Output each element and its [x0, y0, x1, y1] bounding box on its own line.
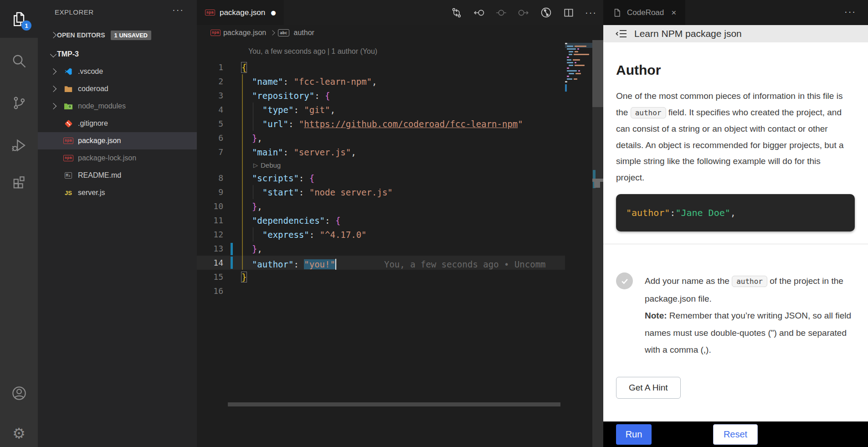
activity-bar: 1: [0, 0, 38, 447]
code-line-11[interactable]: 11 "dependencies": {: [197, 213, 565, 227]
file-item-.gitignore[interactable]: .gitignore: [38, 115, 197, 132]
indent-guide: [253, 185, 253, 199]
split-editor-icon[interactable]: [563, 7, 575, 19]
tab-package-json[interactable]: npm package.json ●: [197, 0, 284, 25]
file-item-node_modules[interactable]: node_modules: [38, 98, 197, 115]
chevron-right-icon: [270, 30, 275, 35]
next-change-icon[interactable]: [518, 7, 529, 19]
vscode-window: 1: [0, 0, 868, 447]
git-icon: [62, 119, 74, 128]
code-line-1[interactable]: 1{: [197, 60, 565, 74]
code-line-6[interactable]: 6 },: [197, 131, 565, 145]
file-tree: .vscodecoderoadnode_modules.gitignorenpm…: [38, 63, 197, 201]
step-description: One of the most common pieces of informa…: [616, 88, 848, 185]
indent-guide: [253, 227, 253, 241]
code-line-3[interactable]: 3 "repository": {: [197, 88, 565, 103]
menu-collapse-icon[interactable]: [615, 28, 628, 39]
node-folder-icon: [62, 102, 74, 110]
file-label: README.md: [78, 171, 121, 180]
line-number: 2: [197, 77, 235, 86]
breadcrumb: npm package.json abc author: [197, 25, 603, 41]
file-label: .gitignore: [78, 119, 108, 128]
explorer-sidebar: EXPLORER ··· OPEN EDITORS 1 UNSAVED TMP-…: [38, 0, 197, 447]
vscode-icon: [62, 67, 74, 76]
settings-gear-icon[interactable]: ⚙: [0, 414, 38, 447]
code-line-13[interactable]: 13 },: [197, 241, 565, 256]
get-hint-button[interactable]: Get A Hint: [616, 377, 681, 399]
code-line-8[interactable]: 8 "scripts": {: [197, 171, 565, 185]
file-item-README.md[interactable]: M↓README.md: [38, 167, 197, 184]
open-files-badge: 1: [21, 21, 31, 31]
code-line-16[interactable]: 16: [197, 284, 565, 298]
task-item: Add your name as the author of the proje…: [616, 272, 855, 359]
code-line-15[interactable]: 15}: [197, 270, 565, 284]
explorer-more-icon[interactable]: ···: [172, 5, 184, 15]
code-line-5[interactable]: 5 "url": "https://github.com/coderoad/fc…: [197, 117, 565, 131]
js-icon: JS: [62, 190, 74, 196]
line-number: 5: [197, 119, 235, 128]
code-line-4[interactable]: 4 "type": "git",: [197, 103, 565, 117]
file-label: package.json: [78, 137, 121, 145]
blame-toggle-icon[interactable]: [495, 7, 507, 19]
tab-label: package.json: [220, 8, 265, 17]
gitlens-graph-icon[interactable]: [540, 6, 552, 19]
file-item-server.js[interactable]: JSserver.js: [38, 184, 197, 201]
code-editor[interactable]: 1{2 "name": "fcc-learn-npm",3 "repositor…: [197, 60, 565, 298]
explorer-icon[interactable]: 1: [0, 0, 38, 38]
breadcrumb-symbol[interactable]: author: [294, 29, 314, 37]
code-line-14[interactable]: 14 "author": "you!"You, a few seconds ag…: [197, 256, 565, 270]
gitlens-file-blame: You, a few seconds ago | 1 author (You): [248, 47, 377, 56]
close-icon[interactable]: ×: [671, 8, 676, 18]
codelens-debug[interactable]: ▷Debug: [197, 159, 565, 171]
code-line-7[interactable]: 7 "main": "server.js",: [197, 145, 565, 159]
code-line-2[interactable]: 2 "name": "fcc-learn-npm",: [197, 74, 565, 88]
folder-icon: [62, 85, 74, 93]
line-number: 10: [197, 201, 235, 211]
open-editors-label: OPEN EDITORS: [57, 31, 105, 39]
folder-root-tmp-3[interactable]: TMP-3: [38, 46, 197, 63]
account-icon[interactable]: [0, 374, 38, 412]
code-line-9[interactable]: 9 "start": "node server.js": [197, 185, 565, 199]
file-item-.vscode[interactable]: .vscode: [38, 63, 197, 80]
vertical-scrollbar-slider[interactable]: [592, 40, 603, 107]
search-icon[interactable]: [0, 42, 38, 80]
run-debug-icon[interactable]: [0, 126, 38, 164]
code-example-block: "author": "Jane Doe",: [616, 194, 855, 231]
line-number: 14: [197, 258, 235, 267]
editor-more-icon[interactable]: ···: [585, 7, 597, 18]
code-line-10[interactable]: 10 },: [197, 199, 565, 213]
markdown-icon: M↓: [62, 172, 74, 179]
open-editors-section[interactable]: OPEN EDITORS 1 UNSAVED: [38, 27, 197, 43]
editor-tab-bar: npm package.json ●: [197, 0, 603, 25]
reset-button[interactable]: Reset: [713, 424, 758, 445]
line-number: 8: [197, 173, 235, 183]
horizontal-scrollbar[interactable]: [228, 402, 560, 406]
prev-change-icon[interactable]: [473, 7, 485, 19]
file-item-coderoad[interactable]: coderoad: [38, 80, 197, 98]
tab-coderoad[interactable]: CodeRoad ×: [603, 0, 685, 25]
code-line-12[interactable]: 12 "express": "^4.17.0": [197, 227, 565, 241]
overview-ruler-selection: [594, 182, 600, 188]
run-button[interactable]: Run: [616, 424, 652, 445]
source-control-icon[interactable]: [0, 84, 38, 122]
task-check-icon: [616, 272, 633, 289]
git-compare-icon[interactable]: [451, 7, 462, 19]
tutorial-content: Author One of the most common pieces of …: [603, 42, 868, 421]
line-number: 4: [197, 105, 235, 114]
file-item-package.json[interactable]: npmpackage.json: [38, 132, 197, 149]
file-label: node_modules: [78, 102, 126, 110]
extensions-icon[interactable]: [0, 164, 38, 201]
chevron-down-icon: [50, 51, 56, 57]
line-number: 13: [197, 244, 235, 253]
file-label: server.js: [78, 189, 105, 197]
text-cursor: [335, 259, 336, 270]
file-item-package-lock.json[interactable]: npmpackage-lock.json: [38, 149, 197, 167]
panel-more-icon[interactable]: ···: [844, 6, 856, 17]
modified-line-marker: [231, 243, 233, 255]
chevron-right-icon: [50, 86, 56, 92]
inline-code-author: author: [732, 276, 767, 287]
breadcrumb-file[interactable]: package.json: [223, 29, 266, 37]
coderoad-footer: Run Reset: [603, 421, 868, 447]
minimap-change-tick: [565, 84, 567, 92]
minimap[interactable]: [565, 43, 593, 84]
